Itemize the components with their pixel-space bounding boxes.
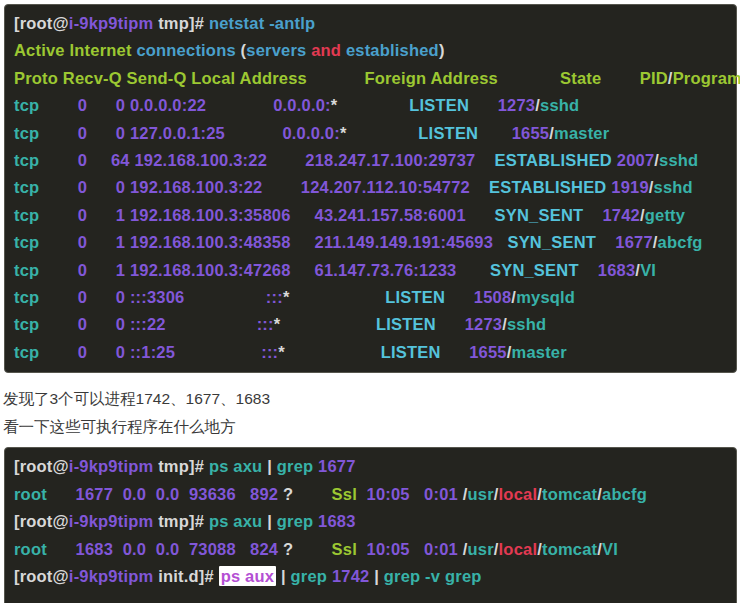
- terminal-text-segment: [267, 151, 305, 169]
- terminal-text-segment: [466, 206, 495, 224]
- terminal-text-segment: tomcat: [542, 540, 597, 558]
- terminal-text-segment: [579, 261, 598, 279]
- terminal-text-segment: LISTEN: [385, 288, 445, 306]
- terminal-text-segment: tcp: [14, 96, 39, 114]
- terminal-text-segment: |: [267, 457, 277, 475]
- terminal-text-segment: (: [236, 41, 246, 59]
- terminal-text-segment: 1655: [469, 343, 507, 361]
- terminal-text-segment: 0 1: [39, 261, 130, 279]
- terminal-text-segment: 1683 0.0 0.0 73088 824: [76, 540, 283, 558]
- terminal-text-segment: [root@: [14, 512, 69, 530]
- terminal-text-segment: tmp]#: [153, 512, 208, 530]
- terminal-text-segment: getty: [645, 206, 685, 224]
- terminal-text-segment: 0 0: [39, 96, 130, 114]
- terminal-text-segment: |: [267, 512, 277, 530]
- terminal-text-segment: 192.168.100.3:35806: [130, 206, 291, 224]
- terminal-text-segment: 0 0: [39, 343, 130, 361]
- terminal-text-segment: 211.149.149.191:45693: [315, 233, 494, 251]
- terminal-text-segment: grep -v grep: [384, 567, 482, 585]
- terminal-text-segment: LISTEN: [409, 96, 469, 114]
- terminal-text-segment: 1273: [465, 315, 503, 333]
- terminal-text-segment: 1683: [318, 512, 356, 530]
- terminal-text-segment: master: [512, 343, 567, 361]
- terminal-line: tcp 0 0 :::3306 :::* LISTEN 1508/mysqld: [14, 284, 727, 311]
- terminal-text-segment: i-9kp9tipm: [69, 512, 154, 530]
- terminal-text-segment: |: [374, 567, 384, 585]
- terminal-text-segment: 2007: [617, 151, 655, 169]
- terminal-text-segment: [184, 288, 265, 306]
- terminal-text-segment: netstat -antlp: [209, 14, 315, 32]
- terminal-text-segment: 0 0: [39, 124, 130, 142]
- terminal-line: tcp 0 64 192.168.100.3:22 218.247.17.100…: [14, 147, 727, 174]
- note-line: 发现了3个可以进程1742、1677、1683: [3, 385, 737, 413]
- terminal-text-segment: tcp: [14, 151, 39, 169]
- terminal-text-segment: ESTABLISHED: [489, 178, 606, 196]
- terminal-text-segment: 0 1: [39, 206, 130, 224]
- terminal-text-segment: [225, 124, 282, 142]
- terminal-text-segment: abcfg: [658, 233, 703, 251]
- terminal-text-segment: VI: [602, 540, 618, 558]
- terminal-text-segment: [291, 206, 315, 224]
- terminal-text-segment: [root@: [14, 457, 69, 475]
- terminal-text-segment: 0 0: [39, 288, 130, 306]
- terminal-text-segment: *: [283, 288, 290, 306]
- terminal-text-segment: *: [340, 124, 347, 142]
- terminal-text-segment: ?: [283, 485, 293, 503]
- terminal-text-segment: [285, 343, 381, 361]
- terminal-text-segment: 1742: [332, 567, 374, 585]
- terminal-line: [root@i-9kp9tipm init.d]# ps aux | grep …: [14, 563, 727, 590]
- terminal-text-segment: [347, 124, 419, 142]
- terminal-text-segment: VI: [640, 261, 656, 279]
- analysis-note: 发现了3个可以进程1742、1677、1683看一下这些可执行程序在什么地方: [3, 385, 737, 441]
- terminal-text-segment: |: [281, 567, 291, 585]
- terminal-text-segment: LISTEN: [418, 124, 478, 142]
- terminal-text-segment: tcp: [14, 315, 39, 333]
- terminal-text-segment: SYN_SENT: [490, 261, 579, 279]
- terminal-text-segment: [206, 96, 273, 114]
- terminal-text-segment: [436, 315, 465, 333]
- terminal-line: tcp 0 1 192.168.100.3:35806 43.241.157.5…: [14, 202, 727, 229]
- terminal-text-segment: ps axu: [209, 512, 267, 530]
- terminal-text-segment: [root@: [14, 14, 69, 32]
- terminal-text-segment: ?: [283, 540, 293, 558]
- terminal-text-segment: abcfg: [602, 485, 647, 503]
- terminal-text-segment: tcp: [14, 233, 39, 251]
- terminal-text-segment: :::: [257, 315, 274, 333]
- terminal-text-segment: ::1:25: [130, 343, 175, 361]
- terminal-text-segment: connections: [132, 41, 236, 59]
- terminal-line: root 1683 0.0 0.0 73088 824 ? Ssl 10:05 …: [14, 536, 727, 563]
- terminal-text-segment: [47, 540, 76, 558]
- terminal-text-segment: [478, 124, 512, 142]
- highlighted-command: ps aux: [219, 566, 276, 586]
- terminal-line: [root@i-9kp9tipm tmp]# ps axu | grep 168…: [14, 508, 727, 535]
- terminal-text-segment: 0.0.0.0:: [273, 96, 331, 114]
- terminal-line: tcp 0 0 127.0.0.1:25 0.0.0.0:* LISTEN 16…: [14, 120, 727, 147]
- terminal-text-segment: 0 1: [39, 233, 130, 251]
- terminal-text-segment: init.d]#: [153, 567, 218, 585]
- terminal-text-segment: 1742: [602, 206, 640, 224]
- terminal-text-segment: 61.147.73.76:1233: [315, 261, 457, 279]
- terminal-text-segment: established: [341, 41, 439, 59]
- terminal-line: tcp 0 0 ::1:25 :::* LISTEN 1655/master: [14, 339, 727, 366]
- terminal-text-segment: State: [560, 69, 640, 87]
- terminal-line: [root@i-9kp9tipm tmp]# netstat -antlp: [14, 10, 727, 37]
- terminal-line: Active Internet connections (servers and…: [14, 37, 727, 64]
- terminal-text-segment: [47, 485, 76, 503]
- terminal-text-segment: tcp: [14, 343, 39, 361]
- terminal-text-segment: master: [554, 124, 609, 142]
- terminal-line: root 1677 0.0 0.0 93636 892 ? Ssl 10:05 …: [14, 481, 727, 508]
- terminal-text-segment: 1677: [318, 457, 356, 475]
- terminal-text-segment: Foreign Address: [364, 69, 560, 87]
- terminal-text-segment: 1508: [474, 288, 512, 306]
- terminal-text-segment: tmp]#: [153, 457, 208, 475]
- terminal-text-segment: 1677 0.0 0.0 93636 892: [76, 485, 283, 503]
- terminal-text-segment: ESTABLISHED: [495, 151, 612, 169]
- terminal-text-segment: :::: [266, 288, 283, 306]
- terminal-text-segment: [337, 96, 409, 114]
- terminal-text-segment: root: [14, 485, 47, 503]
- terminal-line: tcp 0 1 192.168.100.3:48358 211.149.149.…: [14, 229, 727, 256]
- terminal-text-segment: PID: [640, 69, 668, 87]
- terminal-text-segment: 1273: [498, 96, 536, 114]
- terminal-text-segment: [280, 315, 376, 333]
- terminal-text-segment: ps axu: [209, 457, 267, 475]
